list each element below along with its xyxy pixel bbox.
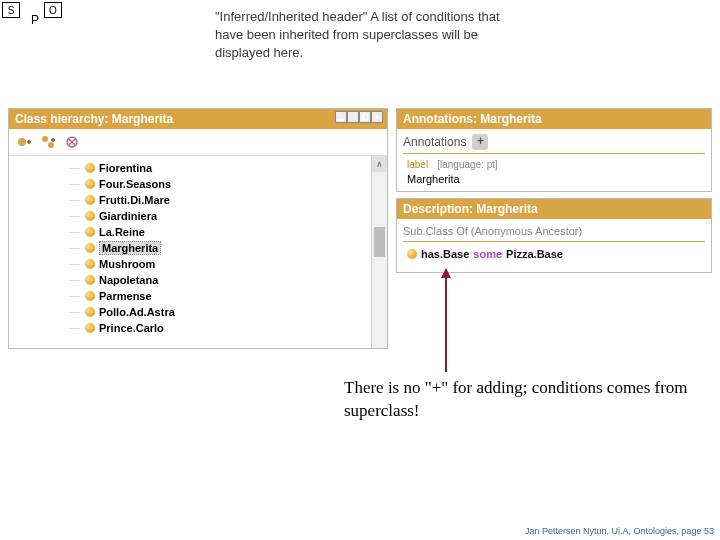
svg-point-4: [48, 142, 54, 148]
tree-item-label: Giardiniera: [99, 210, 157, 222]
explanatory-note: "Inferred/Inherited header" A list of co…: [215, 8, 505, 63]
tree-connector: ┈┈: [69, 163, 79, 174]
subclass-of-ancestor-section: Sub.Class Of (Anonymous Ancestor): [403, 221, 705, 242]
class-tree[interactable]: ┈┈Fiorentina┈┈Four.Seasons┈┈Frutti.Di.Ma…: [9, 156, 371, 348]
annotations-subhead: Annotations +: [403, 131, 705, 154]
panel-close-icon[interactable]: ×: [371, 111, 383, 123]
mark-o: O: [44, 2, 62, 18]
tree-item-label: Frutti.Di.Mare: [99, 194, 170, 206]
scrollbar[interactable]: ∧: [371, 156, 387, 348]
axiom-keyword: some: [473, 248, 502, 260]
tree-item[interactable]: ┈┈Napoletana: [69, 272, 369, 288]
tree-item-label: Four.Seasons: [99, 178, 171, 190]
tree-connector: ┈┈: [69, 275, 79, 286]
class-icon: [85, 291, 95, 301]
inherited-axiom[interactable]: has.Base some Pizza.Base: [403, 242, 705, 262]
class-icon: [85, 211, 95, 221]
annotation-key: label: [407, 159, 428, 170]
tree-item[interactable]: ┈┈Giardiniera: [69, 208, 369, 224]
description-header: Description: Margherita: [397, 199, 711, 219]
panel-max-icon[interactable]: □: [347, 111, 359, 123]
class-icon: [407, 249, 417, 259]
annotations-panel: Annotations: Margherita Annotations + la…: [396, 108, 712, 192]
class-hierarchy-panel: Class hierarchy: Margherita ‗ □ ◧ × ┈┈Fi…: [8, 108, 388, 349]
class-icon: [85, 243, 95, 253]
tree-item[interactable]: ┈┈Fiorentina: [69, 160, 369, 176]
add-sibling-class-icon[interactable]: [15, 133, 33, 151]
class-icon: [85, 323, 95, 333]
add-annotation-button[interactable]: +: [472, 134, 488, 150]
tree-item[interactable]: ┈┈Margherita: [69, 240, 369, 256]
svg-point-0: [18, 138, 26, 146]
tree-connector: ┈┈: [69, 307, 79, 318]
annotations-subhead-label: Annotations: [403, 135, 466, 149]
mark-p: P: [26, 12, 44, 28]
tree-connector: ┈┈: [69, 323, 79, 334]
protege-editor: Class hierarchy: Margherita ‗ □ ◧ × ┈┈Fi…: [8, 108, 712, 349]
tree-item-label: Pollo.Ad.Astra: [99, 306, 175, 318]
tree-connector: ┈┈: [69, 291, 79, 302]
tree-connector: ┈┈: [69, 211, 79, 222]
tree-item-label: Mushroom: [99, 258, 155, 270]
tree-item[interactable]: ┈┈Mushroom: [69, 256, 369, 272]
tree-item[interactable]: ┈┈Four.Seasons: [69, 176, 369, 192]
tree-item-label: Napoletana: [99, 274, 158, 286]
scroll-track[interactable]: [372, 172, 387, 348]
tree-item[interactable]: ┈┈La.Reine: [69, 224, 369, 240]
annotation-lang: [language: pt]: [437, 159, 498, 170]
tree-connector: ┈┈: [69, 179, 79, 190]
class-icon: [85, 227, 95, 237]
tree-item-label: Parmense: [99, 290, 152, 302]
axiom-class: Pizza.Base: [506, 248, 563, 260]
class-icon: [85, 259, 95, 269]
scroll-up-icon[interactable]: ∧: [372, 156, 387, 172]
panel-pin-icon[interactable]: ◧: [359, 111, 371, 123]
tree-connector: ┈┈: [69, 259, 79, 270]
class-icon: [85, 195, 95, 205]
tree-connector: ┈┈: [69, 227, 79, 238]
delete-class-icon[interactable]: [63, 133, 81, 151]
panel-min-icon[interactable]: ‗: [335, 111, 347, 123]
tree-item-label: La.Reine: [99, 226, 145, 238]
callout-arrow-icon: [445, 276, 447, 372]
class-icon: [85, 275, 95, 285]
tree-item-label: Prince.Carlo: [99, 322, 164, 334]
tree-item[interactable]: ┈┈Parmense: [69, 288, 369, 304]
annotation-value: Margherita: [407, 173, 703, 185]
class-icon: [85, 163, 95, 173]
tree-item[interactable]: ┈┈Pollo.Ad.Astra: [69, 304, 369, 320]
tree-item[interactable]: ┈┈Prince.Carlo: [69, 320, 369, 336]
tree-item[interactable]: ┈┈Frutti.Di.Mare: [69, 192, 369, 208]
annotations-title: Annotations: Margherita: [403, 112, 542, 126]
annotations-header: Annotations: Margherita: [397, 109, 711, 129]
tree-item-label: Margherita: [99, 241, 161, 255]
class-icon: [85, 179, 95, 189]
class-hierarchy-toolbar: [9, 129, 387, 156]
add-subclass-icon[interactable]: [39, 133, 57, 151]
description-panel: Description: Margherita Sub.Class Of (An…: [396, 198, 712, 273]
scroll-thumb[interactable]: [374, 227, 385, 257]
class-hierarchy-title: Class hierarchy: Margherita: [15, 112, 173, 126]
axiom-property: has.Base: [421, 248, 469, 260]
description-title: Description: Margherita: [403, 202, 538, 216]
class-hierarchy-header: Class hierarchy: Margherita ‗ □ ◧ ×: [9, 109, 387, 129]
tree-connector: ┈┈: [69, 195, 79, 206]
tree-item-label: Fiorentina: [99, 162, 152, 174]
annotation-row[interactable]: label [language: pt] Margherita: [403, 154, 705, 185]
callout-text: There is no "+" for adding; conditions c…: [344, 377, 704, 423]
tree-connector: ┈┈: [69, 243, 79, 254]
svg-point-3: [42, 136, 48, 142]
mark-s: S: [2, 2, 20, 18]
class-icon: [85, 307, 95, 317]
slide-footer: Jan Pettersen Nytun, Ui.A, Ontologies, p…: [525, 526, 714, 536]
